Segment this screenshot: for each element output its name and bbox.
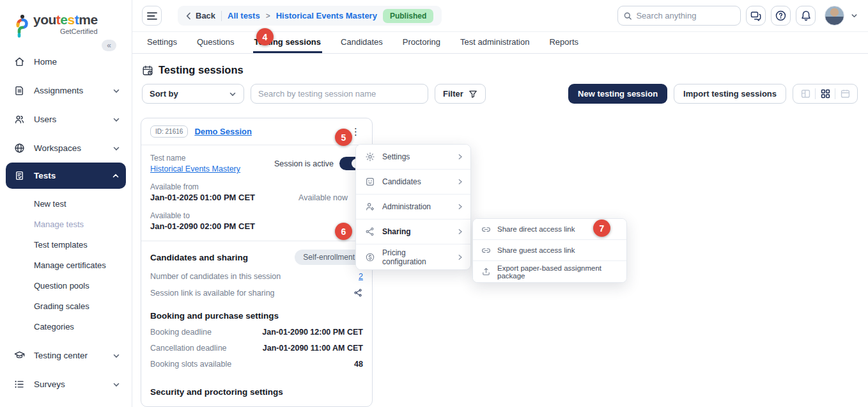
sidebar-item-users[interactable]: Users (0, 105, 132, 134)
sidebar-item-home[interactable]: Home (0, 47, 132, 76)
menu-toggle-button[interactable] (142, 6, 162, 26)
session-context-menu: Settings Candidates Administration Shari… (355, 144, 471, 270)
testing-center-icon (13, 349, 26, 362)
top-right-controls (617, 6, 858, 26)
menu-item-administration[interactable]: Administration (356, 195, 470, 219)
grid-view-button[interactable] (816, 84, 835, 103)
session-link-row: Session link is available for sharing (150, 288, 363, 298)
sidebar-item-question-pools[interactable]: Question pools (0, 275, 132, 296)
tab-test-administration[interactable]: Test administration (459, 32, 531, 53)
booking-heading: Booking and purchase settings (150, 311, 363, 321)
breadcrumb-all-tests-link[interactable]: All tests (228, 11, 260, 20)
chevron-right-icon (457, 204, 463, 210)
available-to-value: Jan-01-2090 02:00 PM CET (150, 221, 363, 231)
available-now-label: Available now (298, 193, 348, 202)
cancellation-deadline-row: Cancellation deadline Jan-01-2090 11:00 … (150, 344, 363, 353)
menu-item-share-guest-access-link[interactable]: Share guest access link (473, 240, 626, 261)
menu-item-pricing-configuration[interactable]: Pricing configuration (356, 244, 470, 269)
sidebar-item-grading-scales[interactable]: Grading scales (0, 296, 132, 316)
global-search (617, 6, 741, 26)
table-view-button[interactable] (796, 84, 815, 103)
calendar-view-button[interactable] (835, 84, 855, 103)
available-to-label: Available to (150, 211, 363, 220)
admin-user-icon (364, 202, 375, 212)
tab-proctoring[interactable]: Proctoring (401, 32, 442, 53)
export-icon (481, 267, 491, 276)
calendar-clock-icon (142, 65, 153, 76)
notifications-button[interactable] (796, 6, 816, 26)
global-search-input[interactable] (636, 11, 734, 20)
security-heading: Security and proctoring settings (150, 387, 363, 397)
chevron-down-icon (112, 381, 120, 388)
menu-item-candidates[interactable]: Candidates (356, 170, 470, 195)
candidates-count-link[interactable]: 2 (359, 272, 363, 281)
tab-questions[interactable]: Questions (196, 32, 236, 53)
booking-deadline-row: Booking deadline Jan-01-2090 12:00 PM CE… (150, 328, 363, 337)
page-title: Testing sessions (159, 64, 244, 76)
back-button[interactable]: Back (186, 11, 215, 20)
sidebar-item-manage-tests[interactable]: Manage tests (0, 214, 132, 234)
home-icon (13, 56, 26, 68)
session-title-link[interactable]: Demo Session (194, 127, 252, 136)
session-search-input[interactable] (258, 89, 421, 99)
sidebar-item-tests[interactable]: Tests (6, 163, 126, 189)
tab-candidates[interactable]: Candidates (339, 32, 384, 53)
import-testing-sessions-button[interactable]: Import testing sessions (674, 84, 786, 104)
chevron-right-icon (457, 154, 463, 160)
workspaces-icon (13, 142, 26, 154)
sidebar-item-workspaces[interactable]: Workspaces (0, 134, 132, 163)
sidebar: youtestme GetCertified « Home Assignment… (0, 0, 132, 407)
users-icon (13, 113, 26, 125)
sidebar-item-categories[interactable]: Categories (0, 316, 132, 337)
view-switcher (793, 84, 858, 104)
session-active-label: Session is active (274, 159, 334, 168)
security-section: Security and proctoring settings (141, 378, 372, 406)
chevron-left-icon (186, 12, 191, 20)
candidates-sharing-heading: Candidates and sharing (150, 253, 248, 262)
help-button[interactable] (771, 6, 791, 26)
chevron-down-icon (112, 116, 120, 124)
new-testing-session-button[interactable]: New testing session (568, 84, 667, 104)
sidebar-item-surveys[interactable]: Surveys (0, 370, 132, 399)
chevron-down-icon[interactable] (851, 12, 858, 19)
chevron-down-icon (112, 352, 120, 360)
divider (221, 11, 222, 21)
test-name-link[interactable]: Historical Events Mastery (150, 164, 240, 173)
annotation-step-6: 6 (335, 223, 352, 240)
sidebar-item-manage-certificates[interactable]: Manage certificates (0, 255, 132, 275)
sidebar-item-test-templates[interactable]: Test templates (0, 234, 132, 255)
candidate-badge-icon (364, 177, 375, 187)
top-header: Back All tests > Historical Events Maste… (132, 0, 868, 32)
sidebar-item-testing-center[interactable]: Testing center (0, 341, 132, 370)
menu-item-settings[interactable]: Settings (356, 145, 470, 170)
bell-icon (801, 10, 811, 21)
youtestme-logo-icon (14, 14, 29, 38)
tab-reports[interactable]: Reports (548, 32, 580, 53)
sidebar-collapse-button[interactable]: « (102, 40, 116, 51)
messages-button[interactable] (746, 6, 766, 26)
chevron-right-icon (457, 228, 463, 235)
booking-section: Booking and purchase settings Booking de… (141, 307, 372, 378)
filter-button[interactable]: Filter (435, 84, 486, 104)
breadcrumb-separator: > (266, 12, 270, 20)
menu-item-export-paper-based-assignment-package[interactable]: Export paper-based assignment package (473, 261, 626, 282)
status-badge-published: Published (383, 9, 433, 23)
available-from-label: Available from (150, 182, 255, 191)
self-enrollment-badge: Self-enrollment (295, 250, 363, 265)
menu-item-sharing[interactable]: Sharing (356, 219, 470, 244)
user-avatar[interactable] (825, 6, 844, 26)
sort-by-dropdown[interactable]: Sort by (142, 84, 244, 104)
chat-icon (750, 11, 761, 21)
search-icon (624, 12, 632, 20)
tab-settings[interactable]: Settings (146, 32, 178, 53)
share-icon (364, 227, 375, 237)
breadcrumb-current-test-link[interactable]: Historical Events Mastery (276, 11, 377, 20)
test-tabs: Settings Questions Testing sessions Cand… (132, 32, 868, 54)
calendar-view-icon (840, 88, 851, 99)
sidebar-item-new-test[interactable]: New test (0, 193, 132, 214)
sidebar-item-assignments[interactable]: Assignments (0, 76, 132, 105)
brand-tagline: GetCertified (33, 28, 98, 35)
gear-icon (364, 152, 375, 162)
annotation-step-4: 4 (256, 28, 274, 45)
breadcrumb: Back All tests > Historical Events Maste… (178, 6, 442, 26)
